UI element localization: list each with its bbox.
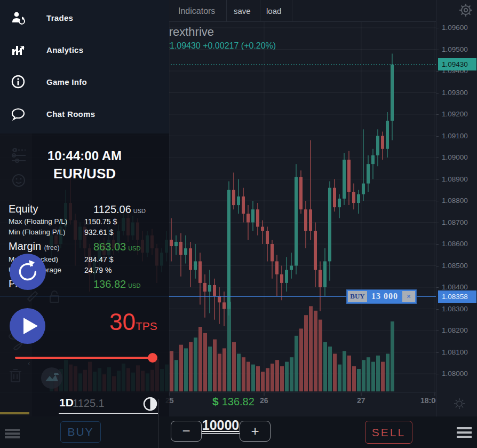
menu-item-label: Chat Rooms bbox=[46, 109, 95, 119]
price-axis-label: 1.09300 bbox=[442, 89, 468, 97]
axis-tick bbox=[436, 331, 439, 331]
axis-tick bbox=[436, 201, 439, 201]
main-menu-overlay: Trades Analytics Game Info Ch bbox=[0, 0, 169, 133]
equity-label: Equity bbox=[9, 203, 38, 215]
price-axis-label: 1.08800 bbox=[442, 197, 468, 205]
margin-free-value: 863.03 bbox=[93, 241, 126, 253]
position-size-label[interactable]: 13 000 bbox=[368, 291, 401, 302]
trading-app: × Indicators save load Forexthrive €1.09… bbox=[0, 0, 477, 448]
min-pl-label: Min (Floating P/L) bbox=[9, 228, 66, 236]
chart-snapshot-icon[interactable] bbox=[40, 366, 63, 390]
axis-tick bbox=[436, 309, 439, 310]
slider-track[interactable] bbox=[15, 357, 155, 359]
reset-button[interactable] bbox=[10, 254, 46, 290]
timeframe-input[interactable]: 1D bbox=[59, 396, 74, 409]
price-axis-label: 1.08700 bbox=[442, 218, 468, 226]
speed-slider[interactable] bbox=[15, 353, 155, 363]
buy-button[interactable]: BUY bbox=[60, 421, 101, 443]
last-price-tag: 1.09430 bbox=[438, 58, 476, 70]
close-position-icon[interactable]: × bbox=[402, 291, 415, 302]
load-button[interactable]: load bbox=[266, 0, 281, 22]
symbol-price-change: €1.09430 +0.00217 (+0.20%) bbox=[165, 41, 276, 51]
price-axis-label: 1.08600 bbox=[442, 240, 468, 248]
gear-icon[interactable] bbox=[458, 3, 473, 18]
chat-bubble-icon bbox=[11, 107, 25, 121]
bar-chart-icon bbox=[11, 43, 25, 57]
min-pl-value: 932.61 $ bbox=[84, 228, 114, 237]
axis-tick bbox=[436, 136, 439, 137]
menu-item-trades[interactable]: Trades bbox=[0, 2, 169, 33]
divider bbox=[226, 0, 227, 22]
save-button[interactable]: save bbox=[234, 0, 251, 22]
sell-button[interactable]: SELL bbox=[365, 421, 412, 444]
panel-divider bbox=[158, 399, 158, 416]
axis-tick bbox=[436, 266, 439, 266]
axis-tick bbox=[436, 179, 439, 180]
quantity-input[interactable]: 10000 bbox=[202, 418, 240, 434]
price-axis-label: 1.09100 bbox=[442, 132, 468, 140]
quantity-decrease-button[interactable]: − bbox=[171, 421, 202, 442]
time-axis-label: 27 bbox=[357, 396, 365, 405]
info-circle-icon bbox=[11, 75, 25, 89]
menu-item-chat-rooms[interactable]: Chat Rooms bbox=[0, 98, 169, 129]
price-axis-label: 1.08900 bbox=[442, 175, 468, 183]
hidden-panel-edge bbox=[0, 412, 29, 414]
price-axis-label: 1.08500 bbox=[442, 262, 468, 270]
menu-item-game-info[interactable]: Game Info bbox=[0, 66, 169, 97]
axis-tick bbox=[436, 287, 439, 288]
axis-tick bbox=[436, 114, 439, 115]
price-axis-label: 1.09500 bbox=[442, 45, 468, 53]
play-button[interactable] bbox=[10, 308, 45, 344]
axis-tick bbox=[436, 93, 439, 93]
quantity-increase-button[interactable]: + bbox=[240, 421, 271, 442]
chart-settings-sun-icon[interactable] bbox=[454, 398, 465, 410]
divider bbox=[260, 0, 260, 22]
slider-handle[interactable] bbox=[148, 353, 157, 363]
play-icon bbox=[10, 308, 45, 344]
tps-readout: 30TPS bbox=[109, 311, 157, 333]
reset-icon bbox=[10, 254, 46, 290]
menu-item-analytics[interactable]: Analytics bbox=[0, 34, 169, 65]
axis-tick bbox=[436, 244, 439, 245]
pl-value: 136.82 bbox=[93, 278, 126, 290]
axis-tick bbox=[436, 28, 439, 28]
price-axis[interactable]: 1.09430 1.08358 1.096001.095001.094001.0… bbox=[436, 0, 477, 416]
menu-item-label: Analytics bbox=[46, 45, 83, 54]
menu-item-label: Trades bbox=[46, 13, 73, 22]
divider bbox=[292, 0, 292, 22]
open-position-tag: BUY 13 000 × bbox=[347, 290, 416, 303]
margin-locked-value: 284.47 $ bbox=[84, 255, 114, 264]
axis-tick bbox=[436, 352, 439, 353]
axis-tick bbox=[436, 158, 439, 158]
indicators-button[interactable]: Indicators bbox=[178, 0, 215, 22]
floating-pl-ticker: $136.82 bbox=[212, 395, 255, 408]
session-pair: EUR/USD bbox=[0, 166, 169, 182]
time-axis-label: 26 bbox=[260, 396, 268, 405]
order-price-tag: 1.08358 bbox=[438, 290, 476, 303]
axis-tick bbox=[436, 71, 439, 72]
timeframe-underline bbox=[59, 413, 158, 414]
price-axis-label: 1.08100 bbox=[442, 348, 468, 356]
leverage-value: 24.79 % bbox=[84, 266, 112, 274]
user-refresh-icon bbox=[11, 11, 25, 25]
price-axis-label: 1.08000 bbox=[442, 370, 468, 378]
dollar-icon: $ bbox=[212, 395, 219, 407]
bottom-toolbar: BUY − 10000 + SELL bbox=[0, 416, 477, 448]
theme-contrast-icon[interactable] bbox=[142, 396, 158, 412]
right-hamburger-icon[interactable] bbox=[457, 427, 472, 438]
axis-tick bbox=[436, 223, 439, 223]
price-axis-label: 1.09600 bbox=[442, 23, 468, 32]
price-axis-label: 1.08200 bbox=[442, 326, 468, 334]
margin-free-label: Margin bbox=[9, 240, 41, 252]
price-axis-label: 1.08300 bbox=[442, 305, 468, 313]
max-pl-value: 1150.75 $ bbox=[84, 217, 117, 226]
price-axis-label: 1.09000 bbox=[442, 153, 468, 161]
trash-icon[interactable] bbox=[9, 367, 22, 383]
equity-value: 1125.06 bbox=[93, 203, 131, 215]
timeframe-ghost-value: 1125.1 bbox=[73, 397, 105, 410]
left-hamburger-icon[interactable] bbox=[5, 429, 20, 438]
axis-tick bbox=[436, 50, 439, 50]
axis-tick bbox=[436, 374, 439, 374]
price-axis-label: 1.09200 bbox=[442, 110, 468, 118]
divider bbox=[158, 416, 158, 448]
